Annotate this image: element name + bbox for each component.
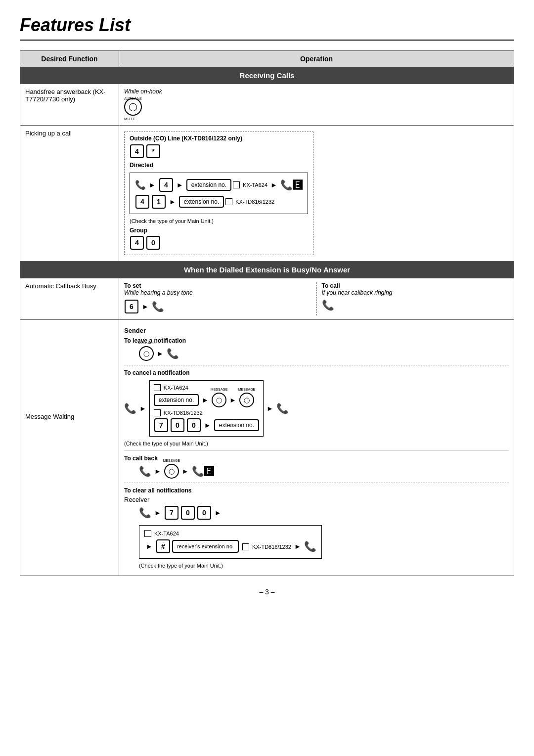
ext-no-3: extension no.	[154, 394, 199, 406]
kx-td816-label-2: KX-TD816/1232	[164, 410, 203, 416]
arrow-4: ►	[169, 198, 176, 206]
key-0: 0	[146, 236, 160, 250]
arrow-17: ►	[294, 542, 301, 550]
handset-icon-3: 📞	[167, 348, 179, 359]
arrow-1: ►	[149, 181, 156, 189]
callback-two-col: To set While hearing a busy tone 6 ► 📞 T…	[124, 282, 509, 315]
operation-message-waiting: Sender To leave a notification MESSAGE ◯…	[119, 320, 514, 576]
desired-pickup: Picking up a call	[20, 126, 119, 262]
auto-ans-icon: ◯	[124, 98, 142, 116]
key-7a: 7	[154, 418, 168, 432]
desired-handsfree: Handsfree answerback (KX-T7720/7730 only…	[20, 84, 119, 126]
header-operation: Operation	[119, 51, 514, 67]
to-cancel-label: To cancel a notification	[124, 369, 509, 376]
while-on-hook-label: While on-hook	[124, 88, 509, 95]
checkbox-ta624	[233, 181, 240, 188]
kx-td816-label-1: KX-TD816/1232	[235, 199, 274, 205]
handset-ring-icon-1: 📞🅴	[280, 179, 303, 191]
table-row: Message Waiting Sender To leave a notifi…	[20, 320, 514, 576]
section-receiving-calls: Receiving Calls	[20, 67, 514, 84]
receiver-ext-btn: receiver's extension no.	[172, 540, 239, 553]
table-row: Picking up a call Outside (CO) Line (KX-…	[20, 126, 514, 262]
handset-icon-5: 📞	[276, 402, 289, 414]
ext-no-2: extension no.	[179, 196, 224, 208]
check-main-unit-2: (Check the type of your Main Unit.)	[124, 441, 509, 446]
col-to-call: To call If you hear callback ringing 📞	[317, 282, 509, 315]
arrow-8: ►	[202, 396, 209, 404]
kx-ta624-label-3: KX-TA624	[154, 531, 179, 536]
handset-lift-icon: 📞	[322, 299, 334, 311]
handset-icon-4: 📞	[124, 402, 136, 414]
page-number: – 3 –	[20, 588, 514, 596]
operation-handsfree: While on-hook AUTO ANS ◯ MUTE	[119, 84, 514, 126]
checkbox-td816	[225, 198, 232, 205]
checkbox-td816-3	[242, 543, 249, 550]
message-label-1: MESSAGE	[138, 341, 155, 345]
checkbox-ta624-2	[154, 384, 161, 391]
key-4: 4	[130, 144, 144, 158]
checkbox-ta624-3	[144, 530, 151, 537]
key-0d: 0	[197, 506, 211, 520]
msg-icon-2: ◯	[212, 393, 226, 407]
while-busy-label: While hearing a busy tone	[124, 289, 312, 296]
if-callback-label: If you hear callback ringing	[322, 289, 509, 296]
key-4d: 4	[130, 236, 144, 250]
key-1: 1	[152, 195, 166, 209]
section-busy-no-answer: When the Dialled Extension is Busy/No An…	[20, 262, 514, 278]
to-leave-label: To leave a notification	[124, 337, 509, 344]
key-4b: 4	[159, 178, 173, 192]
check-main-unit-3: (Check the type of your Main Unit.)	[139, 563, 509, 569]
kx-ta624-label-1: KX-TA624	[243, 182, 267, 188]
table-row: Handsfree answerback (KX-T7720/7730 only…	[20, 84, 514, 126]
handset-ring-icon-2: 📞🅴	[192, 465, 214, 477]
message-waiting-label: Message Waiting	[25, 413, 114, 420]
message-label-4: MESSAGE	[163, 459, 180, 462]
operation-pickup: Outside (CO) Line (KX-TD816/1232 only) 4…	[119, 126, 514, 262]
to-set-label: To set	[124, 282, 312, 289]
to-call-label: To call	[322, 282, 509, 289]
checkbox-td816-2	[154, 409, 161, 416]
check-main-unit-1: (Check the type of your Main Unit.)	[130, 218, 308, 224]
arrow-12: ►	[154, 467, 161, 475]
receiver-ext-detail-box: KX-TA624 ► # receiver's extension no.	[139, 525, 322, 559]
arrow-6: ►	[157, 350, 164, 357]
sender-section: Sender To leave a notification MESSAGE ◯…	[124, 327, 509, 446]
key-star: *	[146, 144, 160, 158]
kx-td816-label-3: KX-TD816/1232	[252, 544, 291, 550]
key-7b: 7	[165, 506, 178, 520]
arrow-10: ►	[204, 421, 211, 429]
msg-icon-4: ◯	[164, 464, 179, 479]
directed-label: Directed	[130, 162, 308, 169]
arrow-9: ►	[229, 396, 236, 404]
operation-callback-busy: To set While hearing a busy tone 6 ► 📞 T…	[119, 278, 514, 320]
handset-icon-2: 📞	[152, 301, 164, 312]
mute-label: MUTE	[124, 117, 135, 121]
col-to-set: To set While hearing a busy tone 6 ► 📞	[124, 282, 317, 315]
key-hash: #	[156, 539, 170, 553]
arrow-3: ►	[270, 181, 277, 189]
ext-no-4: extension no.	[214, 419, 259, 431]
directed-box: 📞 ► 4 ► extension no. KX-TA624 ► 📞🅴	[130, 173, 308, 214]
arrow-2: ►	[177, 181, 183, 189]
kx-ta624-label-2: KX-TA624	[164, 385, 188, 391]
outside-co-label: Outside (CO) Line (KX-TD816/1232 only)	[130, 135, 308, 142]
key-4c: 4	[135, 195, 149, 209]
arrow-16: ►	[146, 542, 153, 550]
handset-icon-7: 📞	[139, 507, 151, 519]
arrow-7: ►	[139, 404, 146, 412]
arrow-5: ►	[142, 303, 149, 311]
desired-callback-busy: Automatic Callback Busy	[20, 278, 119, 320]
message-label-2: MESSAGE	[211, 388, 228, 391]
page-title: Features List	[20, 15, 514, 36]
key-0b: 0	[187, 418, 201, 432]
features-table: Desired Function Operation Receiving Cal…	[20, 50, 514, 576]
arrow-14: ►	[154, 509, 161, 517]
arrow-15: ►	[215, 509, 222, 517]
desired-message-waiting: Message Waiting	[20, 320, 119, 576]
message-label-3: MESSAGE	[238, 388, 256, 391]
sender-label: Sender	[124, 327, 146, 334]
table-row: Automatic Callback Busy To set While hea…	[20, 278, 514, 320]
msg-icon-3: ◯	[239, 393, 254, 407]
ta624-cancel-box: KX-TA624 extension no. ► MESSAGE ◯	[149, 380, 264, 437]
handset-icon-1: 📞	[135, 179, 146, 190]
